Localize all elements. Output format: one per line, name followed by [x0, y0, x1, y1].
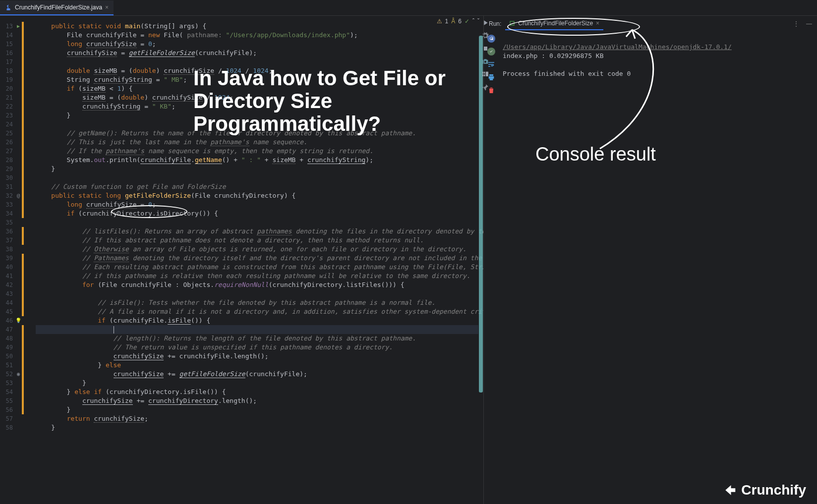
console-output[interactable]: /Users/app/Library/Java/JavaVirtualMachi…: [499, 32, 817, 504]
code-line[interactable]: System.out.println(crunchifyFile.getName…: [36, 156, 478, 165]
editor-tab[interactable]: CrunchifyFindFileFolderSize.java ×: [0, 0, 114, 15]
refresh-icon[interactable]: [487, 35, 495, 43]
code-line[interactable]: public static void main(String[] args) {: [36, 22, 478, 31]
code-line[interactable]: [36, 173, 478, 182]
tab-title: CrunchifyFindFileFolderSize.java: [15, 4, 102, 11]
logo-text: Crunchify: [741, 482, 806, 498]
code-line[interactable]: File crunchifyFile = new File( pathname:…: [36, 31, 478, 40]
code-line[interactable]: }: [36, 423, 478, 432]
code-line[interactable]: // Custom function to get File and Folde…: [36, 182, 478, 191]
code-line[interactable]: crunchifySize = getFileFolderSize(crunch…: [36, 49, 478, 57]
code-line[interactable]: crunchifySize += crunchifyDirectory.leng…: [36, 396, 478, 405]
code-line[interactable]: if (crunchifyDirectory.isDirectory()) {: [36, 209, 478, 218]
svg-rect-5: [510, 21, 514, 25]
run-tool-window: Run: CrunchifyFindFileFolderSize × ⋮ —: [483, 16, 817, 504]
run-label: Run:: [489, 20, 501, 27]
code-line[interactable]: // If the pathname's name sequence is em…: [36, 147, 478, 156]
run-config-name: CrunchifyFindFileFolderSize: [518, 20, 593, 27]
code-line[interactable]: [36, 57, 478, 66]
editor-tab-bar: CrunchifyFindFileFolderSize.java ×: [0, 0, 817, 16]
app-icon: [509, 20, 515, 26]
code-line[interactable]: // isFile(): Tests whether the file deno…: [36, 298, 478, 307]
code-line[interactable]: long crunchifySize = 0;: [36, 200, 478, 209]
code-line[interactable]: for (File crunchifyFile : Objects.requir…: [36, 280, 478, 289]
more-icon[interactable]: ⋮: [793, 20, 800, 27]
code-line[interactable]: return crunchifySize;: [36, 414, 478, 423]
line-number-gutter: 1314151617181920212223242526272829303132…: [0, 22, 13, 432]
code-line[interactable]: }: [36, 379, 478, 388]
code-line[interactable]: long crunchifySize = 0;: [36, 40, 478, 49]
code-line[interactable]: // length(): Returns the length of the f…: [36, 334, 478, 343]
code-line[interactable]: crunchifySize += crunchifyFile.length();: [36, 352, 478, 361]
code-line[interactable]: // A file is normal if it is not a direc…: [36, 307, 478, 316]
code-line[interactable]: [36, 325, 478, 334]
code-line[interactable]: // if this pathname is relative then eac…: [36, 272, 478, 280]
minimize-icon[interactable]: —: [806, 20, 812, 27]
close-icon[interactable]: ×: [105, 4, 109, 11]
close-icon[interactable]: ×: [596, 20, 599, 27]
overlay-callout: Console result: [535, 144, 656, 165]
java-file-icon: [5, 4, 12, 11]
code-line[interactable]: // listFiles(): Returns an array of abst…: [36, 227, 478, 236]
output-line: index.php : 0.029296875 KB: [503, 52, 604, 59]
code-line[interactable]: // If this abstract pathname does not de…: [36, 236, 478, 245]
code-line[interactable]: // The return value is unspecified if th…: [36, 343, 478, 352]
code-line[interactable]: }: [36, 405, 478, 414]
code-line[interactable]: [36, 289, 478, 298]
code-line[interactable]: [36, 218, 478, 227]
code-line[interactable]: } else: [36, 361, 478, 370]
tool-window-header: Run: CrunchifyFindFileFolderSize × ⋮ —: [484, 16, 817, 32]
code-line[interactable]: // This is just the last name in the pat…: [36, 138, 478, 147]
code-line[interactable]: if (crunchifyFile.isFile()) {: [36, 316, 478, 325]
status-ok-icon: [487, 48, 495, 56]
run-config-tab[interactable]: CrunchifyFindFileFolderSize ×: [505, 17, 603, 30]
crunchify-logo: Crunchify: [722, 482, 806, 498]
overlay-heading: In Java how to Get File or Directory Siz…: [193, 67, 521, 136]
code-line[interactable]: // Each resulting abstract pathname is c…: [36, 263, 478, 272]
exit-line: Process finished with exit code 0: [503, 70, 631, 77]
code-line[interactable]: crunchifySize += getFileFolderSize(crunc…: [36, 370, 478, 379]
code-line[interactable]: // Pathnames denoting the directory itse…: [36, 254, 478, 263]
jdk-path[interactable]: /Users/app/Library/Java/JavaVirtualMachi…: [503, 43, 732, 51]
code-line[interactable]: public static long getFileFolderSize(Fil…: [36, 191, 478, 200]
code-line[interactable]: }: [36, 165, 478, 173]
code-line[interactable]: } else if (crunchifyDirectory.isFile()) …: [36, 388, 478, 396]
code-line[interactable]: // Otherwise an array of File objects is…: [36, 245, 478, 254]
